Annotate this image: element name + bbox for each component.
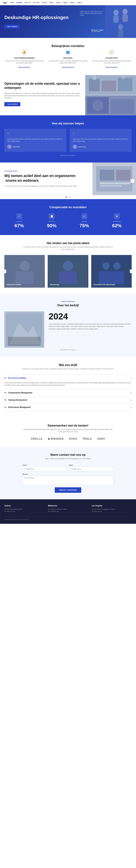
message-input[interactable] (23, 476, 113, 485)
nav-page3[interactable]: Page 3 (63, 2, 68, 3)
accordion-num-3: 04. (4, 406, 7, 408)
accordion-header-2[interactable]: 03. Training Development ∨ (4, 397, 132, 404)
benefit-link-2[interactable]: MEER INFORMATIE (106, 67, 117, 68)
hero-phone-number: 012 456 7890 (91, 31, 103, 32)
talent-next-btn[interactable]: › (130, 270, 133, 273)
accordion-title-3: Performance Management (8, 406, 130, 408)
talent-section: Het vinden van het juiste talent Lorem i… (0, 235, 136, 294)
name-input[interactable] (69, 467, 113, 471)
comp-item-0: ✓ Voordelen 67% (4, 213, 34, 228)
talent-card-label-1: HR-werving (50, 284, 86, 285)
talent-card-2: Innovatieve HR-oplossingen (91, 255, 132, 288)
svg-rect-20 (100, 170, 114, 181)
nav-home[interactable]: Home (10, 2, 14, 3)
forums-dot-0[interactable] (66, 196, 67, 198)
svg-rect-22 (100, 182, 131, 184)
accordion-title-2: Training Development (8, 399, 130, 401)
svg-point-28 (63, 261, 73, 271)
accordion-num-2: 03. (4, 399, 7, 401)
benefit-link-0[interactable]: MEER INFORMATIE (19, 67, 30, 68)
footer-bottom: ©2024 Company Name. All rights reserved. (4, 517, 132, 520)
testimonials-grid: " Lorem ipsum dolor sit amet, consectetu… (4, 129, 132, 152)
company-label: GESCHIEDENIS (4, 301, 132, 302)
accordion-header-0[interactable]: 01. Recruitment Staffing ∧ (4, 374, 132, 381)
real-world-desc: Dignissim suspendisse in est. In nisl nu… (4, 92, 81, 99)
quote-icon-0: " (7, 132, 63, 136)
svg-point-13 (121, 75, 125, 79)
nav-page5[interactable]: Page 5 (77, 2, 82, 3)
nav-page1[interactable]: Page 1 (49, 2, 54, 3)
nav-page2[interactable]: Page 2 (56, 2, 61, 3)
svg-rect-26 (15, 271, 34, 284)
accordion-item-0: 01. Recruitment Staffing ∧ Lorem ipsum d… (4, 374, 132, 389)
accordion-chevron-2: ∨ (130, 399, 132, 401)
footer-addr-1: 108 Collins St Melbourne 3000 Tel: 0410 … (48, 508, 88, 513)
contact-form-row-1: Email Naam (23, 464, 113, 471)
svg-rect-8 (89, 79, 100, 91)
testimonial-text-1: Lorem ipsum dolor sit amet, consectetur … (73, 138, 129, 143)
accordion-header-1[interactable]: 02. Compensation Management ∨ (4, 389, 132, 396)
nav-team[interactable]: Our Team (33, 2, 40, 3)
quote-icon-1: " (73, 132, 129, 136)
email-label: Email (23, 464, 67, 466)
comp-icon-1: 📋 (49, 213, 55, 219)
svg-rect-33 (99, 271, 124, 284)
comp-label-3: Membership (102, 220, 132, 222)
partner-logo-2: EVGA (69, 437, 77, 440)
real-world-btn[interactable]: LEES VERDER (4, 102, 20, 106)
testimonials-title: Hoe wij mensen helpen (4, 122, 132, 125)
talent-prev-btn[interactable]: ‹ (3, 270, 6, 273)
comp-value-2: 75% (69, 223, 99, 228)
comp-item-2: ⚠ Warning 75% (69, 213, 99, 228)
accordion-title-0: Recruitment Staffing (8, 377, 130, 379)
comp-label-0: Voordelen (4, 220, 34, 222)
drives-section: Wat ons drijft Sample text. Lorem ipsum … (0, 357, 136, 417)
footer-addr-0: 46 Pirrama Rd Pyrmont 2009 Tel: 0410 041… (4, 508, 44, 513)
footer-city-2: Los Angeles (92, 505, 132, 507)
nav-about[interactable]: About Us (24, 2, 31, 3)
hero-cta-button[interactable]: LEES VERDER (4, 25, 20, 29)
accordion-num-0: 01. (4, 377, 7, 379)
company-year: 2024 (48, 311, 132, 321)
testimonial-1: " Lorem ipsum dolor sit amet, consectetu… (70, 129, 132, 152)
nav-page4[interactable]: Page 4 (70, 2, 75, 3)
real-world-img-top (85, 75, 136, 95)
contact-subtitle: Heeft u vragen of opmerkingen? We horen … (4, 458, 132, 460)
testimonial-author-1: S Sam Perry (73, 145, 129, 149)
forums-image (93, 162, 136, 195)
benefits-grid: 💰 KOSTENBESPARINGEN Lorem ipsum dolor si… (4, 49, 132, 68)
message-group: Bericht (23, 473, 113, 485)
hero-text-block: Deskundige HR-oplossingen LEES VERDER (4, 15, 132, 29)
footer-city-1: Melbourne (48, 505, 88, 507)
accordion-chevron-1: ∨ (130, 392, 132, 394)
footer-city-0: Sydney (4, 505, 44, 507)
real-world-content: Oplossingen uit de echte wereld, speciaa… (0, 75, 85, 115)
accordion-header-3[interactable]: 04. Performance Management ∨ (4, 404, 132, 411)
benefit-icon-0: 💰 (21, 49, 28, 55)
forums-dot-1[interactable] (67, 196, 69, 198)
partners-desc: Paragraph sallis lorem ulmer ullamcorper… (23, 428, 113, 433)
real-world-images (85, 75, 136, 115)
company-title: Over het bedrijf (4, 304, 132, 307)
forums-label: EVENEMENTEN (4, 170, 88, 172)
nav-aanbod[interactable]: Aanbod (16, 2, 22, 3)
contact-submit-btn[interactable]: BERICHT VERZENDEN (55, 487, 81, 493)
email-input[interactable] (23, 467, 67, 471)
forums-dot-2[interactable] (69, 196, 70, 198)
footer-addr-2: 360 Elm Street Los Angeles CA 90012 Tel:… (92, 508, 132, 513)
accordion-num-1: 02. (4, 392, 7, 394)
talent-card-img-1 (48, 255, 88, 288)
talent-card-label-0: Uitvoerend zoeken (6, 284, 43, 285)
svg-rect-37 (8, 337, 41, 346)
forums-dots (0, 195, 136, 199)
forums-next-btn[interactable]: › (131, 179, 134, 183)
benefits-title: Belangrijkste voordelen (4, 44, 132, 48)
partners-logos: CROLLA ◆ BINANCE EVGA TESLA SONY (4, 437, 132, 440)
talent-desc: Lorem ipsum dolor sit amet, consectetur … (23, 246, 113, 251)
comp-label-2: Warning (69, 220, 99, 222)
nav-contact[interactable]: Contact (41, 2, 47, 3)
forums-prev-btn[interactable]: ‹ (2, 179, 5, 183)
talent-title: Het vinden van het juiste talent (4, 242, 132, 245)
benefit-link-1[interactable]: MEER INFORMATIE (62, 67, 74, 68)
forums-section: ‹ EVENEMENTEN Wij nemen actief deel aan … (0, 162, 136, 199)
